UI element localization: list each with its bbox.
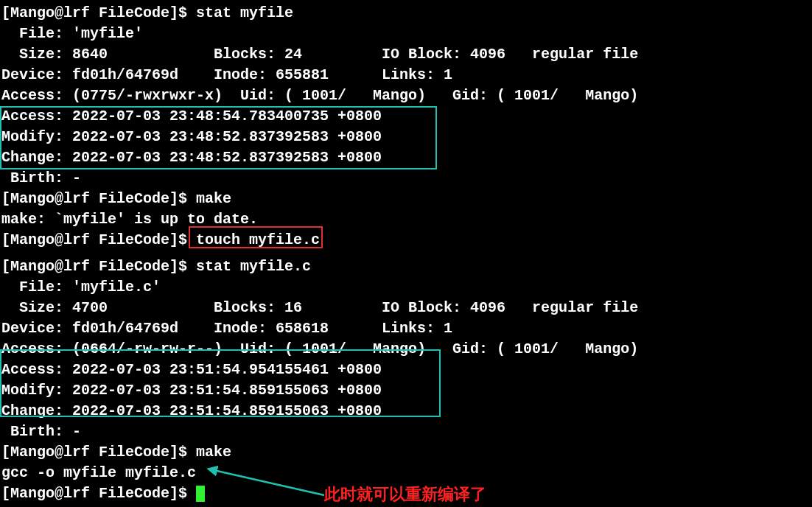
command-input[interactable]: make [196,444,231,461]
stat2-file: File: 'myfile.c' [1,277,811,298]
shell-prompt: [Mango@lrf FileCode]$ [1,258,196,275]
shell-prompt: [Mango@lrf FileCode]$ [1,190,196,207]
terminal-output: [Mango@lrf FileCode]$ stat myfile File: … [1,3,811,504]
cursor [196,486,205,502]
stat2-modify-time: Modify: 2022-07-03 23:51:54.859155063 +0… [1,380,811,401]
line-cmd4: [Mango@lrf FileCode]$ stat myfile.c [1,256,811,277]
make2-output: gcc -o myfile myfile.c [1,463,811,483]
line-cmd3: [Mango@lrf FileCode]$ touch myfile.c [1,230,811,251]
stat1-device: Device: fd01h/64769d Inode: 655881 Links… [1,65,811,85]
line-cmd5: [Mango@lrf FileCode]$ make [1,442,811,463]
shell-prompt: [Mango@lrf FileCode]$ [1,444,196,461]
command-input[interactable]: make [196,190,231,207]
stat1-change-time: Change: 2022-07-03 23:48:52.837392583 +0… [1,147,811,168]
stat2-birth: Birth: - [1,422,811,442]
stat1-birth: Birth: - [1,168,811,189]
command-input[interactable]: stat myfile.c [196,258,311,275]
stat2-size: Size: 4700 Blocks: 16 IO Block: 4096 reg… [1,298,811,318]
command-input[interactable]: stat myfile [196,4,293,21]
stat2-access-perm: Access: (0664/-rw-rw-r--) Uid: ( 1001/ M… [1,339,811,360]
shell-prompt: [Mango@lrf FileCode]$ [1,4,196,21]
stat2-change-time: Change: 2022-07-03 23:51:54.859155063 +0… [1,401,811,422]
stat1-size: Size: 8640 Blocks: 24 IO Block: 4096 reg… [1,44,811,65]
stat1-access-perm: Access: (0775/-rwxrwxr-x) Uid: ( 1001/ M… [1,85,811,106]
shell-prompt: [Mango@lrf FileCode]$ [1,485,196,502]
stat2-device: Device: fd01h/64769d Inode: 658618 Links… [1,318,811,339]
annotation-text: 此时就可以重新编译了 [324,483,486,506]
line-cmd2: [Mango@lrf FileCode]$ make [1,189,811,209]
stat1-access-time: Access: 2022-07-03 23:48:54.783400735 +0… [1,106,811,127]
stat2-access-time: Access: 2022-07-03 23:51:54.954155461 +0… [1,360,811,380]
stat1-modify-time: Modify: 2022-07-03 23:48:52.837392583 +0… [1,127,811,147]
stat1-file: File: 'myfile' [1,24,811,44]
shell-prompt: [Mango@lrf FileCode]$ [1,231,196,248]
command-input[interactable]: touch myfile.c [196,231,320,248]
make1-output: make: `myfile' is up to date. [1,209,811,230]
line-cmd1: [Mango@lrf FileCode]$ stat myfile [1,3,811,24]
